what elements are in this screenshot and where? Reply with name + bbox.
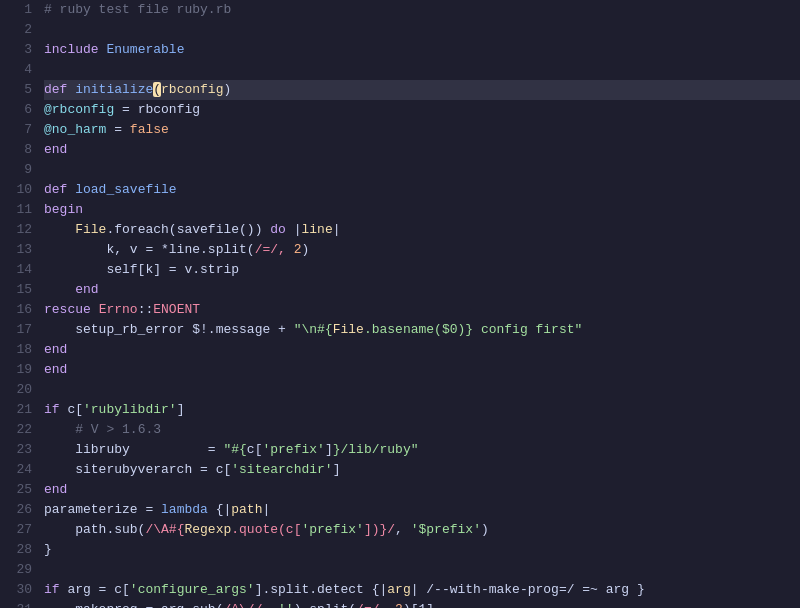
string-token: '$prefix' <box>411 522 481 537</box>
code-line: @rbconfig = rbconfig <box>44 100 800 120</box>
method-token: initialize <box>75 82 153 97</box>
plain-token: rbconfig <box>138 102 200 117</box>
keyword-token: def <box>44 82 67 97</box>
code-line: rescue Errno::ENOENT <box>44 300 800 320</box>
line-number: 20 <box>4 380 32 400</box>
line-number: 3 <box>4 40 32 60</box>
code-line: def load_savefile <box>44 180 800 200</box>
method-token: load_savefile <box>75 182 176 197</box>
plain-token: ] <box>325 442 333 457</box>
plain-token <box>270 602 278 608</box>
keyword-token: end <box>44 342 67 357</box>
lambda-token: lambda <box>161 502 208 517</box>
plain-token <box>91 302 99 317</box>
code-line: begin <box>44 200 800 220</box>
code-line: def initialize(rbconfig) <box>44 80 800 100</box>
plain-token: = <box>106 122 129 137</box>
string-token: 'prefix' <box>301 522 363 537</box>
plain-token: ) <box>301 242 309 257</box>
code-line: } <box>44 540 800 560</box>
regex-token: /=/ <box>356 602 379 608</box>
code-area[interactable]: # ruby test file ruby.rb include Enumera… <box>40 0 800 608</box>
code-line <box>44 60 800 80</box>
plain-token: ).split( <box>294 602 356 608</box>
line-number: 26 <box>4 500 32 520</box>
string-token: .basename($0)} config first" <box>364 322 582 337</box>
line-number: 14 <box>4 260 32 280</box>
false-token: false <box>130 122 169 137</box>
string-token: "#{ <box>223 442 246 457</box>
code-line: if arg = c['configure_args'].split.detec… <box>44 580 800 600</box>
plain-token: {| <box>208 502 231 517</box>
code-line: File.foreach(savefile()) do |line| <box>44 220 800 240</box>
line-number: 30 <box>4 580 32 600</box>
keyword-token: if <box>44 402 60 417</box>
module-token: Enumerable <box>106 42 184 57</box>
code-line: parameterize = lambda {|path| <box>44 500 800 520</box>
line-number: 11 <box>4 200 32 220</box>
plain-token: | <box>286 222 302 237</box>
line-number: 25 <box>4 480 32 500</box>
keyword-token: if <box>44 582 60 597</box>
line-number: 8 <box>4 140 32 160</box>
comment-token: # ruby test file ruby.rb <box>44 2 231 17</box>
string-token: '' <box>278 602 294 608</box>
keyword-token: do <box>270 222 286 237</box>
code-line: # ruby test file ruby.rb <box>44 0 800 20</box>
ivar-token: @rbconfig <box>44 102 114 117</box>
line-number: 15 <box>4 280 32 300</box>
code-editor: 1234567891011121314151617181920212223242… <box>0 0 800 608</box>
line-number: 5 <box>4 80 32 100</box>
plain-token <box>44 422 75 437</box>
code-line: end <box>44 360 800 380</box>
regex-token: / <box>387 522 395 537</box>
class-token: File <box>75 222 106 237</box>
code-line: if c['rubylibdir'] <box>44 400 800 420</box>
line-number: 29 <box>4 560 32 580</box>
plain-token: ) <box>223 82 231 97</box>
line-number: 24 <box>4 460 32 480</box>
const-token: Errno <box>99 302 138 317</box>
regex-token: /\A#{ <box>145 522 184 537</box>
code-line: k, v = *line.split(/=/, 2) <box>44 240 800 260</box>
block-param-token: path <box>231 502 262 517</box>
plain-token: , <box>395 522 411 537</box>
code-line: @no_harm = false <box>44 120 800 140</box>
code-line: makeprog = arg.sub(/^\//, '').split(/=/,… <box>44 600 800 608</box>
line-number: 7 <box>4 120 32 140</box>
string-token: 'prefix' <box>262 442 324 457</box>
keyword-token: end <box>44 482 67 497</box>
plain-token: siterubyverarch = c[ <box>44 462 231 477</box>
block-param-token: arg <box>387 582 410 597</box>
regex-token: ])} <box>364 522 387 537</box>
plain-token <box>44 282 75 297</box>
plain-token: arg = c[ <box>60 582 130 597</box>
regex-token: /=/, <box>255 242 286 257</box>
plain-token: setup_rb_error $!.message + <box>44 322 294 337</box>
plain-token: | <box>262 502 270 517</box>
plain-token: ].split.detect {| <box>255 582 388 597</box>
code-line <box>44 160 800 180</box>
line-number: 13 <box>4 240 32 260</box>
line-number: 23 <box>4 440 32 460</box>
line-number: 10 <box>4 180 32 200</box>
code-line: setup_rb_error $!.message + "\n#{File.ba… <box>44 320 800 340</box>
line-number: 16 <box>4 300 32 320</box>
string-token: "\n#{ <box>294 322 333 337</box>
plain-token: c[ <box>60 402 83 417</box>
code-line: self[k] = v.strip <box>44 260 800 280</box>
keyword-token: end <box>75 282 98 297</box>
code-line: end <box>44 480 800 500</box>
line-number: 9 <box>4 160 32 180</box>
line-number: 22 <box>4 420 32 440</box>
plain-token: self[k] = v.strip <box>44 262 239 277</box>
plain-token: | /--with-make-prog=/ =~ arg } <box>411 582 645 597</box>
code-line: # V > 1.6.3 <box>44 420 800 440</box>
plain-token <box>286 242 294 257</box>
keyword-token: begin <box>44 202 83 217</box>
class-token: Regexp <box>184 522 231 537</box>
regex-token: /^\//, <box>223 602 270 608</box>
line-numbers: 1234567891011121314151617181920212223242… <box>0 0 40 608</box>
plain-token <box>44 222 75 237</box>
code-line <box>44 20 800 40</box>
